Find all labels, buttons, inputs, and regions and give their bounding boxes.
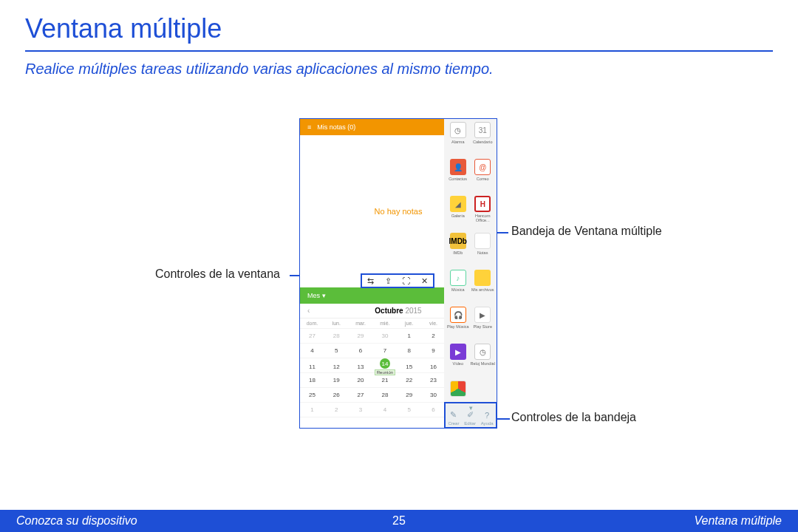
title-rule [25,50,773,52]
tray-app[interactable]: ♪Música [446,270,471,305]
tray-create-button[interactable]: ✎Crear [448,410,459,426]
calendar-day-head: lun. [324,321,349,326]
calendar-cell[interactable]: 26 [324,392,349,398]
tray-app[interactable]: 🎧Play Música [446,307,471,342]
notes-header-text: Mis notas (0) [317,123,355,131]
calendar-cell[interactable]: 13 [349,364,373,370]
calendar-cell[interactable]: 1 [397,332,421,339]
calendar-cell[interactable]: 2 [324,406,349,413]
page-title: Ventana múltiple [0,0,798,50]
calendar-cell[interactable]: 27 [349,392,373,398]
tray-app-label: Correo [477,177,489,181]
tray-app[interactable]: ▶Vídeo [446,344,471,379]
calendar-cell[interactable]: 15 [397,364,421,370]
calendar-day-head: mié. [372,321,397,326]
calendar-cell[interactable]: 23 [421,377,446,383]
calendar-cell[interactable]: 12 [324,364,349,370]
hancom-icon: H [474,196,491,212]
tray-app[interactable]: ▶Play Store [471,307,496,342]
tray-controls[interactable]: ▾ ✎Crear ✐Editar ?Ayuda [444,402,497,429]
calendar-cell[interactable]: 11 [300,364,324,370]
video-icon: ▶ [450,344,466,360]
multiwindow-toolbar[interactable]: ⇆ ⇪ ⛶ ✕ [361,273,434,288]
calendar-cell[interactable]: 1 [300,406,324,413]
menu-icon[interactable]: ≡ [307,123,311,131]
callout-window-controls: Controles de la ventana [155,267,280,281]
calendar-cell[interactable]: 19 [324,377,349,383]
files-icon [474,270,491,286]
tray-app[interactable]: 👤Contactos [446,159,471,194]
calendar-cell[interactable]: 21 [372,377,397,383]
tray-app-label: Hancom Office... [471,214,496,222]
calendar-cell[interactable]: 27 [300,332,324,339]
calendar-year: 2015 [405,307,421,315]
calendar-cell[interactable]: 4 [300,347,324,354]
calendar-cell[interactable]: 29 [349,332,373,339]
tray-app[interactable]: Mis archivos [471,270,496,305]
tray-app-label: Play Store [474,324,492,329]
calendar-cell[interactable]: 29 [397,392,421,398]
footer-left: Conozca su dispositivo [16,514,137,528]
calendar-cell[interactable]: 20 [349,377,373,383]
tray-app[interactable]: @Correo [471,159,496,194]
notes-empty-text: No hay notas [375,207,423,216]
tray-app-label: Galería [451,214,465,218]
tray-app-label: IMDb [453,250,463,255]
calendar-cell[interactable]: 22 [397,377,421,383]
imdb-icon: IMDb [450,233,466,249]
calendar-cell[interactable]: 5 [397,406,421,413]
tray-app[interactable]: 31Calendario [471,122,496,157]
tray-app[interactable]: Notas [471,233,496,268]
tray-app-label: Play Música [447,324,469,329]
calendar-cell[interactable]: 5 [324,347,349,354]
calendar-cell[interactable]: 30 [372,332,397,339]
calendar-cell[interactable]: 14Reunión [372,358,397,375]
tray-edit-button[interactable]: ✐Editar [464,410,476,426]
prev-month-icon[interactable]: ‹ [307,307,310,315]
calendar-day-head: jue. [397,321,421,326]
contact-icon: 👤 [450,159,466,175]
multiwindow-tray[interactable]: ◷Alarma31Calendario👤Contactos@Correo◢Gal… [444,119,497,428]
calendar-cell[interactable]: 25 [300,392,324,398]
tray-app[interactable]: ◢Galería [446,196,471,231]
tray-app[interactable]: IMDbIMDb [446,233,471,268]
tray-app[interactable]: ◷Alarma [446,122,471,157]
tray-app[interactable]: ◷Reloj Mundial [471,344,496,379]
callout-tray: Bandeja de Ventana múltiple [511,225,662,238]
gallery-icon: ◢ [450,196,466,212]
switch-icon[interactable]: ⇪ [385,276,392,286]
clock-icon: ◷ [450,122,466,138]
tray-app-label: Calendario [473,140,493,144]
calendar-cell[interactable]: 6 [421,406,446,413]
calendar-cell[interactable]: 8 [397,347,421,354]
calendar-cell[interactable]: 9 [421,347,446,354]
calendar-cell[interactable]: 30 [421,392,446,398]
calendar-day-head: mar. [349,321,373,326]
calendar-cell[interactable]: 2 [421,332,446,339]
tray-app-label: Contactos [449,177,467,181]
calendar-cell[interactable]: 7 [372,347,397,354]
close-icon[interactable]: ✕ [421,276,428,286]
calendar-cell[interactable]: 28 [372,392,397,398]
calendar-cell[interactable]: 6 [349,347,373,354]
calendar-cell[interactable]: 4 [372,406,397,413]
cal-icon: 31 [474,122,491,138]
tray-app-label: Mis archivos [471,287,494,292]
callout-line [497,418,510,420]
pstore-icon: ▶ [474,307,491,323]
calendar-cell[interactable]: 18 [300,377,324,383]
expand-icon[interactable]: ⛶ [402,276,410,285]
calendar-day-head: vie. [421,321,446,326]
tray-app-label: Reloj Mundial [471,361,495,366]
tray-app-label: Alarma [451,140,464,144]
tray-handle-icon[interactable]: ▾ [469,404,473,412]
calendar-cell[interactable]: 16 [421,364,446,370]
tray-help-button[interactable]: ?Ayuda [481,411,494,426]
calendar-day-head: dom. [300,321,324,326]
mail-icon: @ [474,159,491,175]
calendar-cell[interactable]: 28 [324,332,349,339]
tablet-screenshot: ≡ Mis notas (0) No hay notas ⇆ ⇪ ⛶ ✕ Mes… [299,118,497,429]
calendar-cell[interactable]: 3 [349,406,373,413]
tray-app[interactable]: HHancom Office... [471,196,496,231]
swap-icon[interactable]: ⇆ [367,276,374,286]
